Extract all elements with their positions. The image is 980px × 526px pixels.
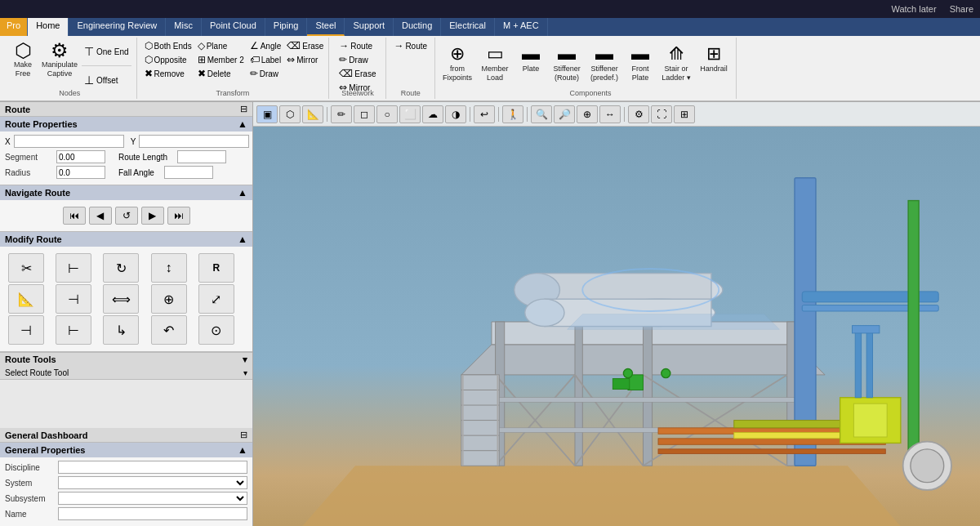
route-length-input[interactable]: [177, 150, 226, 163]
manipulate-captive-button[interactable]: ⚙ ManipulateCaptive: [39, 39, 80, 80]
nav-last-button[interactable]: ⏭: [167, 207, 190, 225]
srt-arrow[interactable]: ▾: [243, 368, 247, 377]
route-steelwork-button[interactable]: →Route: [336, 39, 375, 52]
front-plate-button[interactable]: ▬ FrontPlate: [625, 42, 656, 84]
nr-collapse-icon[interactable]: ▲: [238, 187, 247, 198]
vp-pencil-btn[interactable]: ✏: [331, 105, 352, 123]
tool-measure[interactable]: 📐: [8, 284, 44, 314]
vp-zoom-fit-btn[interactable]: ⊕: [577, 105, 598, 123]
share-btn[interactable]: Share: [950, 4, 973, 14]
tab-electrical[interactable]: Electrical: [441, 18, 495, 36]
angle-button[interactable]: ∠Angle: [247, 39, 284, 52]
vp-zoom-in-btn[interactable]: 🔍: [531, 105, 552, 123]
member-load-button[interactable]: ▭ MemberLoad: [478, 42, 512, 84]
subsystem-select[interactable]: [58, 492, 247, 505]
fall-angle-input[interactable]: [164, 166, 213, 179]
tool-r[interactable]: R: [198, 253, 234, 283]
vp-fullscreen-btn[interactable]: ⛶: [651, 105, 672, 123]
vp-measure-btn[interactable]: 📐: [302, 105, 323, 123]
route-main-button[interactable]: →Route: [391, 39, 430, 52]
nav-first-button[interactable]: ⏮: [63, 207, 86, 225]
offset-button[interactable]: ⊥Offset: [82, 73, 131, 87]
route-properties-header[interactable]: Route Properties ▲: [0, 117, 252, 132]
tool-n4[interactable]: ↶: [151, 315, 187, 345]
x-input[interactable]: [14, 135, 124, 148]
mirror-button[interactable]: ⇔Mirror: [284, 53, 320, 66]
tab-m-aec[interactable]: M + AEC: [495, 18, 548, 36]
watch-later-btn[interactable]: Watch later: [891, 4, 936, 14]
tab-steel[interactable]: Steel: [307, 18, 345, 36]
draw-transform-button[interactable]: ✏Draw: [247, 67, 281, 80]
vp-undo-btn[interactable]: ↩: [474, 105, 495, 123]
stiffener-predef-button[interactable]: ▬ Stiffener(predef.): [587, 42, 621, 84]
from-fixpoints-button[interactable]: ⊕ fromFixpoints: [440, 42, 474, 84]
nav-refresh-button[interactable]: ↺: [115, 207, 138, 225]
erase-steelwork-button[interactable]: ⌫Erase: [336, 67, 378, 80]
y-input[interactable]: [139, 135, 249, 148]
tool-move[interactable]: ↕: [151, 253, 187, 283]
remove-button[interactable]: ✖Remove: [142, 67, 187, 80]
tool-n1[interactable]: ⊣: [8, 315, 44, 345]
vp-cloud-btn[interactable]: ☁: [422, 105, 443, 123]
vp-filter-btn[interactable]: ◑: [445, 105, 466, 123]
nav-prev-button[interactable]: ◀: [89, 207, 112, 225]
tab-engineering[interactable]: Engineering Review: [69, 18, 166, 36]
tool-n3[interactable]: ↳: [103, 315, 139, 345]
app-button[interactable]: Pro: [0, 18, 28, 36]
both-ends-button[interactable]: ⬡Both Ends: [142, 39, 194, 52]
route-collapse-icon[interactable]: ⊟: [240, 104, 247, 114]
vp-split-btn[interactable]: ⊞: [674, 105, 695, 123]
mr-collapse-icon[interactable]: ▲: [238, 234, 247, 245]
name-input[interactable]: [58, 507, 247, 520]
tool-align[interactable]: ⟺: [103, 284, 139, 314]
system-select[interactable]: [58, 476, 247, 489]
tab-support[interactable]: Support: [345, 18, 394, 36]
gd-collapse-icon[interactable]: ⊟: [240, 430, 247, 440]
tool-trim[interactable]: ⊢: [56, 253, 91, 283]
rt-arrow[interactable]: ▾: [243, 354, 247, 365]
member2-button[interactable]: ⊞Member 2: [195, 53, 247, 66]
draw-steelwork-button[interactable]: ✏Draw: [336, 53, 370, 66]
handrail-button[interactable]: ⊞ Handrail: [697, 42, 731, 75]
segment-input[interactable]: [56, 150, 105, 163]
vp-zoom-out-btn[interactable]: 🔎: [554, 105, 575, 123]
make-free-button[interactable]: ⬡ MakeFree: [8, 39, 38, 80]
stair-ladder-button[interactable]: ⟰ Stair orLadder ▾: [659, 42, 693, 84]
rp-collapse-icon[interactable]: ▲: [238, 118, 247, 130]
tool-rotate[interactable]: ↻: [103, 253, 139, 283]
vp-view-cube-btn[interactable]: ▣: [256, 105, 278, 123]
tool-split[interactable]: ✂: [8, 253, 44, 283]
tool-target[interactable]: ⊙: [198, 315, 234, 345]
vp-snap-btn[interactable]: ◻: [354, 105, 375, 123]
label-button[interactable]: 🏷Label: [247, 53, 283, 66]
erase-button[interactable]: ⌫Erase: [284, 39, 326, 52]
discipline-input[interactable]: [58, 461, 247, 474]
vp-zoom-extent-btn[interactable]: ↔: [599, 105, 621, 123]
vp-person-btn[interactable]: 🚶: [502, 105, 523, 123]
tab-ducting[interactable]: Ducting: [394, 18, 441, 36]
tool-n2[interactable]: ⊢: [56, 315, 91, 345]
gp-collapse-icon[interactable]: ▲: [238, 444, 247, 456]
vp-select-btn[interactable]: ⬡: [279, 105, 301, 123]
tool-segment[interactable]: ⊣: [56, 284, 91, 314]
tool-offset2[interactable]: ⊕: [151, 284, 187, 314]
nav-next-button[interactable]: ▶: [141, 207, 164, 225]
tool-extend[interactable]: ⤢: [198, 284, 234, 314]
opposite-button[interactable]: ⬡Opposite: [142, 53, 189, 66]
tab-misc[interactable]: Misc: [166, 18, 202, 36]
tab-piping[interactable]: Piping: [265, 18, 308, 36]
stiffener-route-button[interactable]: ▬ Stiffener(Route): [550, 42, 584, 84]
navigate-route-header[interactable]: Navigate Route ▲: [0, 185, 252, 200]
tab-home[interactable]: Home: [28, 18, 69, 36]
plate-button[interactable]: ▬ Plate: [515, 42, 546, 75]
tab-point-cloud[interactable]: Point Cloud: [202, 18, 265, 36]
vp-settings-btn[interactable]: ⚙: [628, 105, 649, 123]
general-properties-header[interactable]: General Properties ▲: [0, 443, 252, 457]
vp-circle-btn[interactable]: ○: [376, 105, 398, 123]
one-end-button[interactable]: ⊤One End: [82, 44, 131, 59]
delete-button[interactable]: ✖Delete: [195, 67, 234, 80]
plane-button[interactable]: ◇Plane: [195, 39, 230, 52]
modify-route-header[interactable]: Modify Route ▲: [0, 232, 252, 247]
vp-highlight-btn[interactable]: ⬜: [399, 105, 421, 123]
radius-input[interactable]: [56, 166, 105, 179]
